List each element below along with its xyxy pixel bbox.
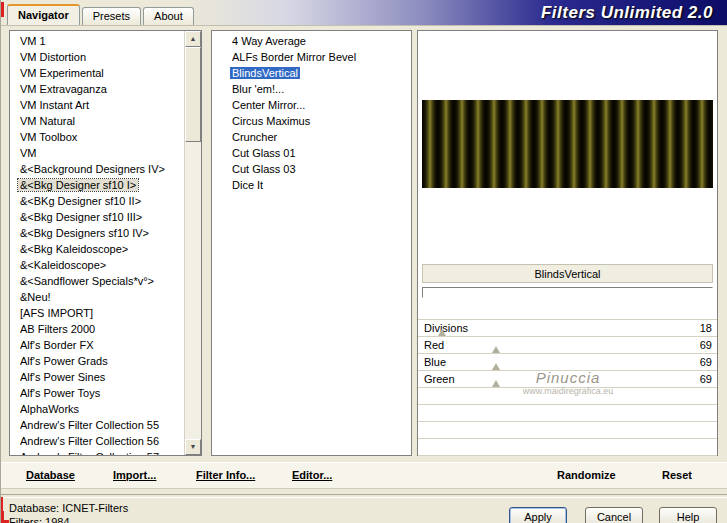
list-item[interactable]: &<Bkg Designer sf10 I> (12, 177, 181, 193)
bottom-toolbar: Database Import... Filter Info... Editor… (1, 462, 727, 489)
status-database: Database: ICNET-Filters (9, 502, 128, 514)
list-item[interactable]: &<Bkg Designer sf10 III> (12, 209, 181, 225)
list-item[interactable]: VM (12, 145, 181, 161)
tab-presets[interactable]: Presets (82, 7, 141, 25)
category-scrollbar[interactable]: ▲ ▼ (184, 31, 201, 455)
list-item[interactable]: VM Experimental (12, 65, 181, 81)
selected-filter-name: BlindsVertical (422, 264, 713, 283)
slider-thumb[interactable] (492, 363, 500, 370)
slider-thumb[interactable] (438, 329, 446, 336)
list-item[interactable]: Cut Glass 01 (214, 145, 409, 161)
category-listbox[interactable]: VM 1VM DistortionVM ExperimentalVM Extra… (9, 30, 202, 456)
param-label: Blue (424, 354, 446, 370)
tab-about[interactable]: About (143, 7, 194, 25)
scroll-down-icon[interactable]: ▼ (185, 439, 201, 455)
param-value: 69 (700, 337, 712, 353)
list-item[interactable]: Cut Glass 03 (214, 161, 409, 177)
cancel-button[interactable]: Cancel (585, 507, 643, 523)
help-button[interactable]: Help (659, 507, 717, 523)
list-item[interactable]: 4 Way Average (214, 33, 409, 49)
filters-unlimited-window: { "window": { "title": "Filters Unlimite… (0, 0, 727, 523)
param-value: 69 (700, 371, 712, 387)
list-item[interactable]: &<Kaleidoscope> (12, 257, 181, 273)
list-item[interactable]: Alf's Power Grads (12, 353, 181, 369)
param-row-empty (418, 422, 717, 439)
list-item[interactable]: VM Extravaganza (12, 81, 181, 97)
param-label: Divisions (424, 320, 468, 336)
apply-button[interactable]: Apply (509, 507, 567, 523)
list-item[interactable]: ALFs Border Mirror Bevel (214, 49, 409, 65)
list-item[interactable]: &<Sandflower Specials*v°> (12, 273, 181, 289)
preview-panel: BlindsVertical Divisions18Red69Blue69Gre… (417, 30, 718, 456)
status-divider (1, 494, 727, 498)
tab-bar: Navigator Presets About (7, 4, 196, 25)
list-item[interactable]: VM Natural (12, 113, 181, 129)
list-item[interactable]: Andrew's Filter Collection 57 (12, 449, 181, 456)
scroll-up-icon[interactable]: ▲ (185, 31, 201, 47)
list-item[interactable]: &Neu! (12, 289, 181, 305)
red-mark-artifact (1, 2, 4, 17)
list-item[interactable]: BlindsVertical (214, 65, 409, 81)
list-item[interactable]: Blur 'em!... (214, 81, 409, 97)
param-label: Red (424, 337, 444, 353)
list-item[interactable]: VM 1 (12, 33, 181, 49)
param-row[interactable]: Divisions18 (418, 320, 717, 337)
list-item[interactable]: VM Distortion (12, 49, 181, 65)
status-filter-count: Filters: 1984 (9, 516, 70, 523)
list-item[interactable]: Alf's Border FX (12, 337, 181, 353)
list-item[interactable]: &<Background Designers IV> (12, 161, 181, 177)
param-value: 69 (700, 354, 712, 370)
tab-navigator[interactable]: Navigator (7, 4, 80, 25)
list-item[interactable]: Cruncher (214, 129, 409, 145)
param-row-empty (418, 388, 717, 405)
param-row[interactable]: Blue69 (418, 354, 717, 371)
window-title: Filters Unlimited 2.0 (541, 3, 713, 23)
list-item[interactable]: Alf's Power Toys (12, 385, 181, 401)
list-item[interactable]: &<Bkg Kaleidoscope> (12, 241, 181, 257)
randomize-button[interactable]: Randomize (557, 469, 616, 481)
list-item[interactable]: Circus Maximus (214, 113, 409, 129)
param-label: Green (424, 371, 455, 387)
progress-bar (422, 287, 713, 298)
param-row[interactable]: Red69 (418, 337, 717, 354)
list-item[interactable]: &<BKg Designer sf10 II> (12, 193, 181, 209)
list-item[interactable]: VM Instant Art (12, 97, 181, 113)
database-button[interactable]: Database (26, 469, 75, 481)
category-list: VM 1VM DistortionVM ExperimentalVM Extra… (12, 33, 181, 456)
param-row[interactable]: Green69 (418, 371, 717, 388)
red-mark-artifact (1, 511, 9, 523)
title-banner: Filters Unlimited 2.0 (181, 0, 727, 25)
filter-info-button[interactable]: Filter Info... (196, 469, 255, 481)
import-button[interactable]: Import... (113, 469, 156, 481)
red-mark-artifact (1, 497, 3, 511)
list-item[interactable]: Dice It (214, 177, 409, 193)
list-item[interactable]: AlphaWorks (12, 401, 181, 417)
editor-button[interactable]: Editor... (292, 469, 332, 481)
list-item[interactable]: [AFS IMPORT] (12, 305, 181, 321)
filter-list: 4 Way AverageALFs Border Mirror BevelBli… (214, 33, 409, 193)
list-item[interactable]: Center Mirror... (214, 97, 409, 113)
list-item[interactable]: AB Filters 2000 (12, 321, 181, 337)
list-item[interactable]: VM Toolbox (12, 129, 181, 145)
param-row-empty (418, 439, 717, 456)
list-item[interactable]: Alf's Power Sines (12, 369, 181, 385)
header-divider (1, 25, 727, 26)
slider-thumb[interactable] (492, 380, 500, 387)
list-item[interactable]: Andrew's Filter Collection 56 (12, 433, 181, 449)
list-item[interactable]: &<Bkg Designers sf10 IV> (12, 225, 181, 241)
scrollbar-thumb[interactable] (185, 47, 201, 142)
filter-listbox[interactable]: 4 Way AverageALFs Border Mirror BevelBli… (211, 30, 412, 456)
list-item[interactable]: Andrew's Filter Collection 55 (12, 417, 181, 433)
param-row-empty (418, 405, 717, 422)
reset-button[interactable]: Reset (662, 469, 692, 481)
slider-thumb[interactable] (492, 346, 500, 353)
param-table: Divisions18Red69Blue69Green69 (418, 319, 717, 455)
filter-preview-image (422, 100, 713, 188)
param-value: 18 (700, 320, 712, 336)
